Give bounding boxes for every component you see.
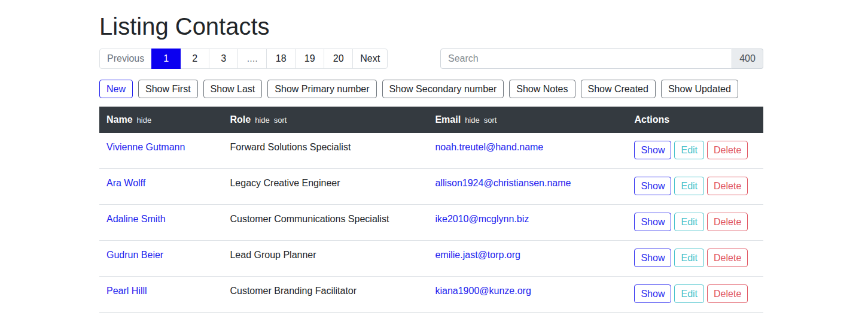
pagination: Previous123....181920Next — [99, 49, 388, 69]
new-button[interactable]: New — [99, 80, 133, 98]
top-row: Previous123....181920Next 400 — [99, 49, 763, 69]
contacts-table: NamehideRolehidesortEmailhidesortActions… — [99, 107, 763, 313]
show-first-button[interactable]: Show First — [138, 80, 198, 98]
contact-email-link[interactable]: noah.treutel@hand.name — [435, 142, 543, 152]
pagination-item-ellipsis: .... — [237, 49, 267, 69]
contact-email-link[interactable]: emilie.jast@torp.org — [435, 250, 520, 260]
contact-email-cell: ike2010@mcglynn.biz — [428, 205, 627, 241]
edit-button[interactable]: Edit — [674, 284, 704, 303]
contact-row: Adaline SmithCustomer Communications Spe… — [99, 205, 763, 241]
pagination-item-20[interactable]: 20 — [324, 49, 353, 69]
row-actions: ShowEditDelete — [627, 205, 763, 241]
show-primary-number-button[interactable]: Show Primary number — [267, 80, 376, 98]
contact-role: Customer Communications Specialist — [223, 205, 428, 241]
contact-email-cell: kiana1900@kunze.org — [428, 277, 627, 313]
show-secondary-number-button[interactable]: Show Secondary number — [382, 80, 504, 98]
role-sort-link[interactable]: sort — [274, 116, 287, 125]
pagination-item-2[interactable]: 2 — [180, 49, 209, 69]
search-input[interactable] — [440, 49, 732, 69]
show-button[interactable]: Show — [634, 213, 671, 231]
edit-button[interactable]: Edit — [674, 213, 704, 231]
pagination-item-1[interactable]: 1 — [151, 49, 181, 69]
delete-button[interactable]: Delete — [707, 177, 748, 195]
search-group: 400 — [440, 49, 763, 69]
column-label: Role — [230, 114, 251, 125]
edit-button[interactable]: Edit — [674, 177, 704, 195]
pagination-item-19[interactable]: 19 — [295, 49, 324, 69]
contact-row: Ara WolffLegacy Creative Engineerallison… — [99, 169, 763, 205]
contact-email-cell: allison1924@christiansen.name — [428, 169, 627, 205]
pagination-item-18[interactable]: 18 — [266, 49, 296, 69]
delete-button[interactable]: Delete — [707, 141, 748, 159]
contacts-page: Listing Contacts Previous123....181920Ne… — [99, 0, 763, 313]
contact-row: Vivienne GutmannForward Solutions Specia… — [99, 133, 763, 169]
show-button[interactable]: Show — [634, 284, 671, 303]
table-body: Vivienne GutmannForward Solutions Specia… — [99, 133, 763, 313]
pagination-item-previous: Previous — [99, 49, 152, 69]
contact-name-link[interactable]: Gudrun Beier — [106, 250, 163, 260]
contact-email-link[interactable]: ike2010@mcglynn.biz — [435, 214, 529, 224]
contact-row: Pearl HilllCustomer Branding Facilitator… — [99, 277, 763, 313]
contact-row: Gudrun BeierLead Group Planneremilie.jas… — [99, 241, 763, 277]
search-count-badge: 400 — [732, 49, 763, 69]
show-button[interactable]: Show — [634, 249, 671, 267]
contact-email-link[interactable]: allison1924@christiansen.name — [435, 178, 571, 188]
email-sort-link[interactable]: sort — [484, 116, 497, 125]
email-hide-link[interactable]: hide — [465, 116, 480, 125]
contact-name-cell: Pearl Hilll — [99, 277, 223, 313]
edit-button[interactable]: Edit — [674, 141, 704, 159]
contact-name-link[interactable]: Ara Wolff — [106, 178, 145, 188]
page-title: Listing Contacts — [99, 13, 763, 40]
column-label: Email — [435, 114, 461, 125]
contact-name-link[interactable]: Adaline Smith — [106, 214, 166, 224]
edit-button[interactable]: Edit — [674, 249, 704, 267]
contact-role: Legacy Creative Engineer — [223, 169, 428, 205]
toolbar: NewShow FirstShow LastShow Primary numbe… — [99, 80, 763, 98]
column-header-actions: Actions — [627, 107, 763, 133]
delete-button[interactable]: Delete — [707, 284, 748, 303]
column-label: Actions — [634, 114, 669, 125]
delete-button[interactable]: Delete — [707, 249, 748, 267]
role-hide-link[interactable]: hide — [255, 116, 270, 125]
column-header-email: Emailhidesort — [428, 107, 627, 133]
contact-name-cell: Adaline Smith — [99, 205, 223, 241]
delete-button[interactable]: Delete — [707, 213, 748, 231]
pagination-item-3[interactable]: 3 — [209, 49, 238, 69]
show-created-button[interactable]: Show Created — [581, 80, 656, 98]
pagination-item-next[interactable]: Next — [352, 49, 388, 69]
show-notes-button[interactable]: Show Notes — [509, 80, 575, 98]
contact-name-link[interactable]: Pearl Hilll — [106, 286, 147, 296]
show-button[interactable]: Show — [634, 177, 671, 195]
contact-email-link[interactable]: kiana1900@kunze.org — [435, 286, 531, 296]
row-actions: ShowEditDelete — [627, 169, 763, 205]
show-updated-button[interactable]: Show Updated — [661, 80, 738, 98]
column-header-name: Namehide — [99, 107, 223, 133]
column-header-role: Rolehidesort — [223, 107, 428, 133]
contact-role: Lead Group Planner — [223, 241, 428, 277]
contact-name-cell: Ara Wolff — [99, 169, 223, 205]
contact-name-cell: Gudrun Beier — [99, 241, 223, 277]
show-button[interactable]: Show — [634, 141, 671, 159]
contact-name-link[interactable]: Vivienne Gutmann — [106, 142, 185, 152]
show-last-button[interactable]: Show Last — [203, 80, 263, 98]
contact-name-cell: Vivienne Gutmann — [99, 133, 223, 169]
name-hide-link[interactable]: hide — [137, 116, 152, 125]
row-actions: ShowEditDelete — [627, 277, 763, 313]
column-label: Name — [106, 114, 133, 125]
row-actions: ShowEditDelete — [627, 241, 763, 277]
contact-role: Customer Branding Facilitator — [223, 277, 428, 313]
contact-email-cell: noah.treutel@hand.name — [428, 133, 627, 169]
row-actions: ShowEditDelete — [627, 133, 763, 169]
contact-role: Forward Solutions Specialist — [223, 133, 428, 169]
contact-email-cell: emilie.jast@torp.org — [428, 241, 627, 277]
table-header-row: NamehideRolehidesortEmailhidesortActions — [99, 107, 763, 133]
